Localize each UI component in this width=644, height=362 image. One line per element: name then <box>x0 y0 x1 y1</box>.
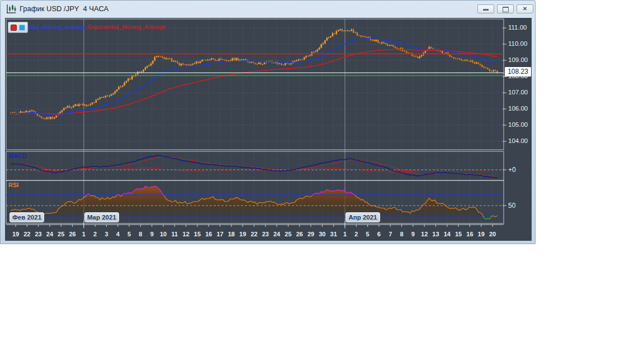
time-axis-label: 1 <box>82 231 86 237</box>
price-axis-label: 106.00 <box>508 105 528 112</box>
time-axis-label: 17 <box>216 231 223 237</box>
month-label: Фев 2021 <box>10 212 44 222</box>
time-axis-label: 16 <box>466 231 473 237</box>
time-axis-label: 14 <box>444 231 451 237</box>
macd-zero-label: +0 <box>508 166 516 174</box>
time-axis-label: 19 <box>239 231 246 237</box>
rsi-pane-label: RSI <box>8 182 18 188</box>
month-label: Апр 2021 <box>345 212 380 222</box>
time-axis-label: 26 <box>69 231 75 237</box>
time-axis-label: 10 <box>160 231 167 237</box>
time-axis-label: 4 <box>116 231 120 237</box>
time-axis-label: 9 <box>150 231 154 237</box>
time-axis-label: 3 <box>105 231 108 237</box>
time-axis-label: 19 <box>12 231 19 237</box>
legend-ema-slow: Exponential_Moving_Average <box>88 23 165 30</box>
price-axis-label: 110.00 <box>508 40 527 47</box>
time-axis-label: 25 <box>58 231 64 237</box>
time-axis-label: 1 <box>343 231 347 237</box>
time-axis-label: 23 <box>35 231 41 237</box>
time-axis-label: 12 <box>183 231 190 237</box>
time-axis-label: 11 <box>172 231 178 237</box>
price-axis-label: 105.00 <box>508 121 528 128</box>
time-axis-label: 13 <box>432 231 439 237</box>
time-axis-label: 24 <box>273 231 280 237</box>
time-axis-label: 6 <box>377 231 381 237</box>
time-axis-label: 15 <box>455 231 462 237</box>
time-axis-label: 16 <box>205 231 212 237</box>
month-label: Мар 2021 <box>84 212 119 222</box>
blue-indicator-toggle-button[interactable] <box>19 25 25 31</box>
desktop: График USD /JPY 4 ЧАСА ✕ Exponential_Mov… <box>0 0 644 362</box>
chart-window: График USD /JPY 4 ЧАСА ✕ Exponential_Mov… <box>0 0 536 244</box>
chart-surface[interactable] <box>1 1 536 245</box>
time-axis-label: 30 <box>319 231 325 237</box>
time-axis-label: 31 <box>330 231 337 237</box>
time-axis-label: 2 <box>354 231 358 237</box>
time-axis-label: 9 <box>411 231 415 237</box>
rsi-mid-label: 50 <box>508 202 515 209</box>
time-axis-label: 26 <box>296 231 303 237</box>
red-indicator-toggle-button[interactable] <box>11 25 17 31</box>
time-axis-label: 2 <box>93 231 97 237</box>
price-axis-label: 108.00 <box>508 73 528 79</box>
time-axis-label: 29 <box>307 231 314 237</box>
time-axis-label: 19 <box>478 231 485 237</box>
indicator-legend: Exponential_Moving_Average:Exponential_M… <box>8 23 166 30</box>
macd-pane-label: MACD <box>8 153 27 159</box>
time-axis-label: 22 <box>23 231 30 237</box>
indicator-toggle-panel <box>8 22 28 33</box>
time-axis-label: 22 <box>250 231 257 237</box>
time-axis-label: 20 <box>489 231 496 237</box>
time-axis-label: 8 <box>139 231 142 237</box>
time-axis-label: 12 <box>421 231 428 237</box>
time-axis-label: 7 <box>389 231 392 237</box>
price-axis-label: 107.00 <box>508 89 528 96</box>
time-axis-label: 25 <box>285 231 291 237</box>
time-axis-label: 24 <box>46 231 53 237</box>
time-axis-label: 18 <box>228 231 235 237</box>
time-axis-label: 5 <box>127 231 131 237</box>
time-axis-label: 8 <box>400 231 403 237</box>
price-axis-label: 111.00 <box>508 24 527 31</box>
price-axis-label: 104.00 <box>508 137 528 144</box>
time-axis-label: 15 <box>194 231 201 237</box>
time-axis-label: 5 <box>366 231 370 237</box>
price-axis-label: 109.00 <box>508 56 528 63</box>
time-axis-label: 23 <box>262 231 269 237</box>
